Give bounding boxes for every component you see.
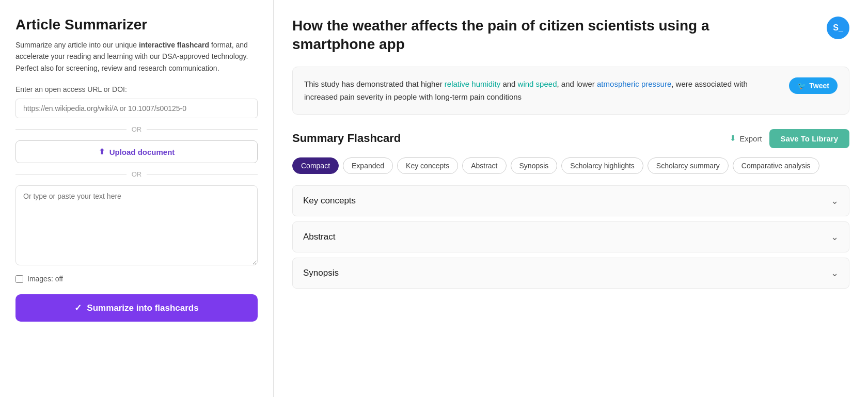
images-checkbox[interactable]: [15, 275, 23, 283]
tweet-button[interactable]: Tweet: [789, 77, 838, 94]
twitter-icon: [797, 82, 806, 90]
save-to-library-button[interactable]: Save To Library: [769, 129, 849, 148]
export-icon: [730, 134, 736, 143]
app-title: Article Summarizer: [15, 17, 258, 33]
export-button[interactable]: Export: [730, 134, 762, 143]
article-title: How the weather affects the pain of citi…: [292, 17, 736, 54]
accordion-label: Synopsis: [303, 268, 339, 278]
tab-comparative-analysis[interactable]: Comparative analysis: [733, 157, 819, 174]
flashcard-title: Summary Flashcard: [292, 132, 401, 145]
accordion-item-abstract: Abstract ⌄: [292, 221, 849, 252]
flashcard-actions: Export Save To Library: [730, 129, 849, 148]
relative-humidity-link[interactable]: relative humidity: [445, 80, 500, 88]
chevron-down-icon: ⌄: [831, 231, 839, 243]
summarize-button[interactable]: Summarize into flashcards: [15, 294, 258, 322]
accordion-label: Abstract: [303, 232, 335, 242]
textarea-wrap: [15, 185, 258, 267]
chevron-down-icon: ⌄: [831, 267, 839, 279]
summary-box: This study has demonstrated that higher …: [292, 67, 849, 115]
accordion-item-synopsis: Synopsis ⌄: [292, 258, 849, 289]
accordion-row[interactable]: Abstract ⌄: [293, 222, 849, 252]
upload-label: Upload document: [109, 148, 175, 156]
tab-synopsis[interactable]: Synopsis: [511, 157, 558, 174]
tweet-label: Tweet: [809, 82, 829, 90]
tab-key-concepts[interactable]: Key concepts: [397, 157, 458, 174]
tab-abstract[interactable]: Abstract: [462, 157, 506, 174]
tab-scholarcy-summary[interactable]: Scholarcy summary: [648, 157, 729, 174]
avatar[interactable]: S_: [827, 17, 849, 39]
left-panel: Article Summarizer Summarize any article…: [0, 0, 274, 397]
upload-document-button[interactable]: Upload document: [15, 140, 258, 163]
summary-text: This study has demonstrated that higher …: [304, 77, 779, 104]
wind-speed-link[interactable]: wind speed: [518, 80, 557, 88]
tab-compact[interactable]: Compact: [292, 157, 339, 174]
export-label: Export: [739, 134, 762, 143]
app-description: Summarize any article into our unique in…: [15, 39, 258, 74]
upload-icon: [99, 147, 105, 156]
tab-scholarcy-highlights[interactable]: Scholarcy highlights: [561, 157, 643, 174]
or-divider-1: OR: [15, 125, 258, 133]
url-field-label: Enter an open access URL or DOI:: [15, 85, 258, 93]
tabs-row: CompactExpandedKey conceptsAbstractSynop…: [292, 157, 849, 174]
paste-textarea[interactable]: [15, 185, 258, 265]
accordion-row[interactable]: Synopsis ⌄: [293, 258, 849, 288]
atmospheric-pressure-link[interactable]: atmospheric pressure: [597, 80, 671, 88]
or-divider-2: OR: [15, 170, 258, 178]
accordion-row[interactable]: Key concepts ⌄: [293, 186, 849, 216]
images-row: Images: off: [15, 275, 258, 283]
accordions-container: Key concepts ⌄ Abstract ⌄ Synopsis ⌄: [292, 185, 849, 289]
accordion-label: Key concepts: [303, 196, 356, 206]
checkmark-icon: [74, 303, 82, 313]
url-input[interactable]: [15, 99, 258, 118]
chevron-down-icon: ⌄: [831, 195, 839, 207]
summarize-label: Summarize into flashcards: [87, 303, 198, 313]
tab-expanded[interactable]: Expanded: [343, 157, 393, 174]
article-header: How the weather affects the pain of citi…: [292, 17, 849, 54]
images-label: Images: off: [27, 275, 63, 283]
accordion-item-key-concepts: Key concepts ⌄: [292, 185, 849, 216]
flashcard-header: Summary Flashcard Export Save To Library: [292, 129, 849, 148]
right-panel: How the weather affects the pain of citi…: [274, 0, 868, 397]
